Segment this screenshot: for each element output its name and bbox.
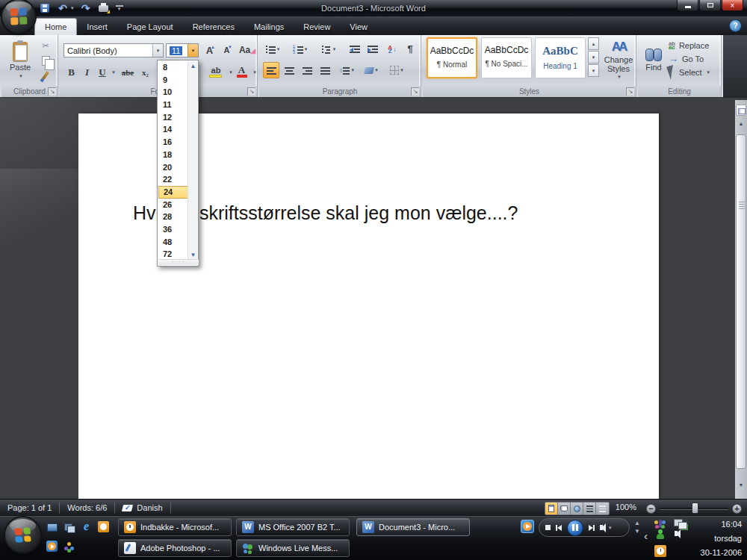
tab-review[interactable]: Review (294, 19, 340, 35)
font-color-button[interactable]: A (233, 64, 250, 80)
font-size-option[interactable]: 48 (158, 236, 189, 249)
font-size-option[interactable]: 8 (158, 61, 189, 74)
internet-explorer-button[interactable]: e (80, 520, 93, 532)
decrease-indent-button[interactable] (347, 41, 363, 57)
line-spacing-button[interactable]: ↕ ▾ (336, 62, 357, 78)
show-hide-pilcrow-button[interactable]: ¶ (403, 41, 418, 57)
subscript-button[interactable]: x₂ (138, 64, 152, 80)
start-button[interactable] (5, 517, 40, 553)
font-size-option[interactable]: 14 (158, 123, 189, 136)
paste-button[interactable]: Paste ▾ (6, 38, 34, 83)
quick-print-button[interactable] (98, 2, 110, 14)
strikethrough-button[interactable]: abe (118, 64, 137, 80)
clipboard-dialog-launcher[interactable]: ↘ (48, 87, 56, 96)
restore-button[interactable] (699, 0, 721, 11)
font-size-option[interactable]: 16 (158, 136, 189, 149)
font-size-option[interactable]: 12 (158, 111, 189, 124)
goto-button[interactable]: → Go To (668, 53, 720, 65)
office-button[interactable] (2, 0, 35, 33)
page-count-status[interactable]: Page: 1 of 1 (0, 503, 60, 514)
zoom-in-button[interactable]: + (732, 504, 742, 514)
styles-scroll-down-button[interactable]: ▾ (588, 51, 599, 63)
font-size-option[interactable]: 10 (158, 86, 189, 99)
undo-dropdown-arrow-icon[interactable]: ▾ (71, 5, 74, 11)
tab-home[interactable]: Home (34, 18, 77, 35)
dropdown-resize-grip[interactable]: ···· (158, 259, 199, 265)
font-size-option-selected[interactable]: 24 (158, 186, 189, 199)
font-name-dropdown-icon[interactable]: ▾ (152, 44, 163, 57)
align-right-button[interactable] (299, 62, 315, 78)
zoom-level[interactable]: 100% (616, 503, 636, 511)
scroll-up-button[interactable]: ▲ (735, 119, 747, 128)
align-left-button[interactable] (263, 62, 279, 78)
tray-network-icon[interactable] (674, 519, 686, 529)
full-screen-reading-view-button[interactable] (558, 503, 571, 514)
justify-button[interactable] (317, 62, 333, 78)
outlook-button[interactable] (97, 520, 110, 533)
next-button[interactable] (589, 525, 595, 531)
cut-button[interactable]: ✂ (37, 39, 55, 52)
font-size-option[interactable]: 36 (158, 223, 189, 236)
paragraph-dialog-launcher[interactable]: ↘ (411, 87, 419, 96)
font-size-combo[interactable]: 11 ▾ (166, 43, 199, 57)
sort-button[interactable]: AZ↓ (384, 41, 400, 57)
outline-view-button[interactable] (583, 503, 596, 514)
font-size-option[interactable]: 22 (158, 173, 189, 186)
select-button[interactable]: Select ▾ (668, 66, 720, 78)
media-player-button[interactable] (46, 540, 58, 553)
scrollbar-thumb[interactable] (736, 134, 746, 469)
font-size-option[interactable]: 20 (158, 161, 189, 174)
font-size-dropdown-icon[interactable]: ▾ (187, 44, 198, 57)
taskbar-button-messenger[interactable]: Windows Live Mess... (236, 539, 350, 557)
style-normal[interactable]: AaBbCcDc ¶ Normal (427, 37, 477, 78)
styles-scroll-up-button[interactable]: ▴ (588, 37, 599, 50)
stop-button[interactable] (545, 525, 551, 530)
minimize-button[interactable] (677, 0, 698, 11)
tray-clock-reminder-icon[interactable] (654, 545, 666, 557)
copy-button[interactable] (37, 54, 55, 67)
shading-button[interactable]: ▾ (360, 62, 382, 78)
find-button[interactable]: Find (641, 40, 666, 80)
bold-button[interactable]: B (64, 64, 78, 80)
scroll-down-button[interactable]: ▼ (735, 481, 747, 490)
underline-dropdown-icon[interactable]: ▾ (109, 64, 117, 80)
deskband-expand-buttons[interactable]: ▲▼ (633, 519, 642, 537)
tray-volume-icon[interactable] (675, 531, 678, 536)
font-size-option[interactable]: 26 (158, 199, 189, 211)
tab-view[interactable]: View (340, 19, 377, 35)
increase-indent-button[interactable] (365, 41, 381, 57)
font-dialog-launcher[interactable]: ↘ (247, 87, 255, 96)
tab-insert[interactable]: Insert (77, 19, 117, 35)
tab-references[interactable]: References (183, 19, 244, 35)
taskbar-button-inbox[interactable]: Indbakke - Microsof... (118, 518, 232, 536)
volume-button[interactable]: ▾ (600, 525, 612, 531)
switch-windows-button[interactable] (63, 521, 75, 534)
highlight-button[interactable]: ab (206, 64, 226, 80)
font-color-dropdown-icon[interactable]: ▾ (250, 64, 258, 80)
styles-more-button[interactable]: ▾ (588, 64, 599, 77)
align-center-button[interactable] (281, 62, 297, 78)
messenger-quicklaunch-button[interactable] (63, 540, 75, 553)
style-heading1[interactable]: AaBbC Heading 1 (535, 37, 586, 78)
change-styles-button[interactable]: AA Change Styles ▾ (602, 38, 635, 81)
close-button[interactable]: × (722, 0, 743, 11)
styles-dialog-launcher[interactable]: ↘ (626, 87, 634, 96)
word-count-status[interactable]: Words: 6/6 (60, 503, 115, 514)
tray-messenger-status-icon[interactable] (656, 529, 665, 540)
language-status[interactable]: Danish (115, 503, 170, 514)
font-name-combo[interactable]: Calibri (Body) ▾ (63, 43, 164, 57)
taskbar-button-document3[interactable]: W Document3 - Micro... (356, 518, 470, 536)
font-size-option[interactable]: 28 (158, 211, 189, 223)
redo-button[interactable]: ↷ (80, 2, 92, 14)
tab-page-layout[interactable]: Page Layout (117, 19, 183, 35)
taskbar-clock[interactable]: 16:04 torsdag 30-11-2006 (691, 517, 745, 560)
print-layout-view-button[interactable] (545, 503, 558, 514)
underline-button[interactable]: U (96, 64, 109, 80)
dropdown-scroll-up-icon[interactable]: ▲ (188, 61, 198, 72)
ruler-toggle-button[interactable] (736, 105, 746, 116)
bullets-button[interactable]: ▾ (263, 41, 282, 57)
tray-collapse-chevron[interactable]: ‹ (644, 531, 648, 541)
tray-messenger-service-icon[interactable] (654, 519, 666, 529)
zoom-out-button[interactable]: − (646, 504, 656, 514)
previous-button[interactable] (556, 525, 562, 531)
